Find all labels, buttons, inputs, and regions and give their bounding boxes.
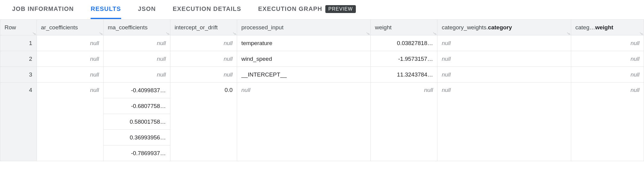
- col-header-intercept-label: intercept_or_drift: [175, 24, 218, 31]
- col-header-processed-input-label: processed_input: [241, 24, 283, 31]
- cell-ma: -0.4099837…: [103, 83, 170, 98]
- cell-ar: null: [37, 67, 103, 83]
- cell-ma: 0.36993956…: [103, 130, 170, 145]
- resize-handle-icon[interactable]: [640, 31, 643, 34]
- cell-ar: null: [37, 83, 103, 161]
- cell-intercept: 0.0: [170, 83, 237, 161]
- col-header-cww-suffix: weight: [595, 24, 613, 31]
- cell-processed-input: temperature: [237, 35, 371, 51]
- cell-cww: null: [571, 67, 644, 83]
- col-header-category-weights-weight[interactable]: categ…weight: [571, 20, 644, 35]
- row-number: 1: [0, 35, 37, 51]
- cell-intercept: null: [170, 51, 237, 67]
- table-row: 1 null null null temperature 0.03827818……: [0, 35, 644, 51]
- resize-handle-icon[interactable]: [166, 31, 169, 34]
- cell-weight: 11.3243784…: [371, 67, 437, 83]
- tabs-bar: JOB INFORMATION RESULTS JSON EXECUTION D…: [0, 0, 644, 19]
- cell-cww: null: [571, 83, 644, 161]
- table-header-row: Row ar_coefficients ma_coefficients inte…: [0, 20, 644, 35]
- cell-cwc: null: [437, 67, 571, 83]
- col-header-category-weights-category[interactable]: category_weights.category: [437, 20, 571, 35]
- row-number: 3: [0, 67, 37, 83]
- cell-intercept: null: [170, 67, 237, 83]
- cell-cwc: null: [437, 35, 571, 51]
- cell-weight: null: [371, 83, 437, 161]
- tab-json[interactable]: JSON: [138, 0, 156, 19]
- cell-ma: -0.7869937…: [103, 145, 170, 161]
- col-header-cwc-suffix: category: [488, 24, 512, 31]
- cell-intercept: null: [170, 35, 237, 51]
- table-row: 4 null -0.4099837… 0.0 null null null nu…: [0, 83, 644, 98]
- preview-badge: PREVIEW: [325, 5, 356, 13]
- resize-handle-icon[interactable]: [33, 31, 36, 34]
- resize-handle-icon[interactable]: [100, 31, 103, 34]
- resize-handle-icon[interactable]: [433, 31, 436, 34]
- cell-ma: null: [103, 35, 170, 51]
- col-header-intercept-or-drift[interactable]: intercept_or_drift: [170, 20, 237, 35]
- tab-execution-graph[interactable]: EXECUTION GRAPH PREVIEW: [258, 0, 356, 19]
- cell-ma: null: [103, 51, 170, 67]
- col-header-cwc-prefix: category_weights.: [442, 24, 488, 31]
- col-header-cww-prefix: categ…: [575, 24, 595, 31]
- col-header-ma-coefficients[interactable]: ma_coefficients: [103, 20, 170, 35]
- cell-weight: -1.9573157…: [371, 51, 437, 67]
- cell-ma: 0.58001758…: [103, 114, 170, 130]
- col-header-row[interactable]: Row: [0, 20, 37, 35]
- resize-handle-icon[interactable]: [567, 31, 570, 34]
- cell-cwc: null: [437, 83, 571, 161]
- col-header-ar-coefficients[interactable]: ar_coefficients: [37, 20, 103, 35]
- tab-execution-graph-label: EXECUTION GRAPH: [258, 5, 322, 12]
- tab-job-information[interactable]: JOB INFORMATION: [12, 0, 74, 19]
- results-table: Row ar_coefficients ma_coefficients inte…: [0, 19, 644, 161]
- row-number: 4: [0, 83, 37, 161]
- cell-ma: -0.6807758…: [103, 98, 170, 114]
- table-row: 2 null null null wind_speed -1.9573157… …: [0, 51, 644, 67]
- tab-results[interactable]: RESULTS: [91, 0, 121, 19]
- row-number: 2: [0, 51, 37, 67]
- cell-processed-input: wind_speed: [237, 51, 371, 67]
- col-header-processed-input[interactable]: processed_input: [237, 20, 371, 35]
- cell-ar: null: [37, 51, 103, 67]
- col-header-weight-label: weight: [375, 24, 391, 31]
- resize-handle-icon[interactable]: [233, 31, 236, 34]
- col-header-weight[interactable]: weight: [371, 20, 437, 35]
- cell-ar: null: [37, 35, 103, 51]
- cell-cwc: null: [437, 51, 571, 67]
- cell-cww: null: [571, 35, 644, 51]
- cell-processed-input: null: [237, 83, 371, 161]
- table-row: 3 null null null __INTERCEPT__ 11.324378…: [0, 67, 644, 83]
- col-header-ar-label: ar_coefficients: [41, 24, 78, 31]
- cell-ma: null: [103, 67, 170, 83]
- col-header-ma-label: ma_coefficients: [108, 24, 148, 31]
- resize-handle-icon[interactable]: [367, 31, 370, 34]
- cell-processed-input: __INTERCEPT__: [237, 67, 371, 83]
- col-header-row-label: Row: [5, 24, 16, 31]
- cell-cww: null: [571, 51, 644, 67]
- tab-execution-details[interactable]: EXECUTION DETAILS: [173, 0, 241, 19]
- cell-weight: 0.03827818…: [371, 35, 437, 51]
